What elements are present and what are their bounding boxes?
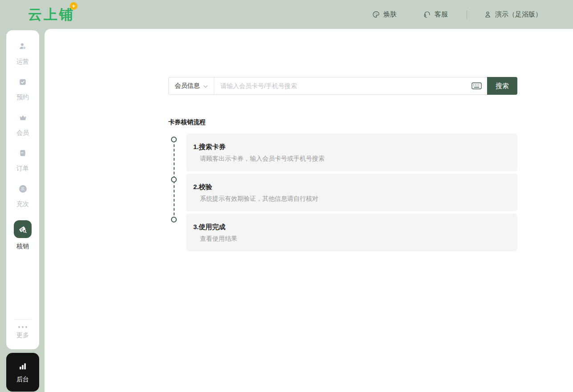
sidebar-item-members[interactable]: 会员 — [16, 113, 29, 137]
search-box: 会员信息 — [168, 77, 487, 95]
top-header: 云上铺 + 焕肤 客服 — [0, 0, 573, 29]
sidebar-item-label: 更多 — [16, 331, 29, 339]
sidebar-item-recharge-times[interactable]: 次 充次 — [16, 185, 29, 208]
recharge-times-icon: 次 — [19, 185, 27, 193]
flow-step-1: 1.搜索卡券 请顾客出示卡券，输入会员卡号或手机号搜索 — [168, 133, 517, 171]
sidebar-item-operations[interactable]: 运营 — [16, 42, 29, 66]
order-book-icon — [19, 149, 27, 157]
sidebar-item-label: 预约 — [16, 93, 29, 101]
step-card: 1.搜索卡券 请顾客出示卡券，输入会员卡号或手机号搜索 — [186, 133, 517, 171]
step-card: 2.校验 系统提示有效期验证，其他信息请自行核对 — [186, 174, 517, 211]
logo-plus-badge: + — [70, 2, 77, 10]
step-description: 查看使用结果 — [193, 235, 510, 243]
header-divider — [467, 10, 467, 19]
search-input[interactable] — [214, 77, 470, 94]
step-circle — [171, 137, 177, 142]
search-button[interactable]: 搜索 — [487, 77, 517, 95]
user-icon — [484, 11, 492, 18]
search-category-select[interactable]: 会员信息 — [169, 77, 214, 94]
flow-step-2: 2.校验 系统提示有效期验证，其他信息请自行核对 — [168, 174, 517, 211]
search-category-label: 会员信息 — [175, 82, 200, 90]
step-circle — [171, 177, 177, 182]
search-bar: 会员信息 搜索 — [168, 77, 517, 95]
sidebar-item-label: 会员 — [16, 129, 29, 137]
more-dots-icon — [18, 326, 27, 328]
nav-item-label: 演示（足浴版） — [495, 10, 542, 19]
palette-icon — [372, 11, 380, 18]
app-logo[interactable]: 云上铺 + — [28, 5, 75, 24]
step-description: 系统提示有效期验证，其他信息请自行核对 — [193, 195, 510, 203]
sidebar-item-label: 订单 — [16, 165, 29, 173]
nav-item-skin-theme[interactable]: 焕肤 — [372, 10, 397, 19]
nav-item-label: 客服 — [435, 10, 448, 19]
step-circle — [171, 217, 177, 222]
flow-steps: 1.搜索卡券 请顾客出示卡券，输入会员卡号或手机号搜索 2.校验 系统提示有效期… — [168, 133, 517, 251]
sidebar-item-label: 充次 — [16, 200, 29, 208]
sidebar-item-appointments[interactable]: 预约 — [16, 78, 29, 101]
ticket-verify-icon — [14, 220, 32, 238]
keyboard-icon[interactable] — [470, 82, 487, 89]
app-logo-text: 云上铺 — [28, 7, 75, 22]
step-title: 2.校验 — [193, 183, 510, 191]
step-title: 3.使用完成 — [193, 223, 510, 231]
bar-chart-icon — [18, 361, 28, 372]
sidebar-item-more[interactable]: 更多 — [14, 319, 31, 339]
sidebar-item-orders[interactable]: 订单 — [16, 149, 29, 173]
sidebar-item-verification[interactable]: 核销 — [14, 220, 32, 251]
sidebar-item-label: 运营 — [16, 58, 29, 66]
header-nav: 焕肤 客服 演示（足浴版） — [345, 10, 573, 19]
step-title: 1.搜索卡券 — [193, 143, 510, 151]
sidebar-divider — [14, 319, 31, 320]
headset-icon — [423, 11, 431, 18]
sidebar-item-label: 核销 — [16, 242, 29, 251]
calendar-check-icon — [19, 78, 27, 86]
nav-item-label: 焕肤 — [383, 10, 397, 19]
chevron-down-icon — [203, 82, 208, 89]
main-panel: 会员信息 搜索 卡券核销流程 — [45, 29, 573, 392]
backend-button[interactable]: 后台 — [6, 353, 39, 392]
flow-section-title: 卡券核销流程 — [168, 118, 573, 126]
nav-item-account[interactable]: 演示（足浴版） — [484, 10, 542, 19]
operations-user-icon — [19, 42, 27, 50]
crown-icon — [19, 113, 27, 121]
step-description: 请顾客出示卡券，输入会员卡号或手机号搜索 — [193, 155, 510, 163]
flow-step-3: 3.使用完成 查看使用结果 — [168, 214, 517, 251]
sidebar: 运营 预约 会员 订单 次 充次 — [6, 30, 39, 349]
backend-label: 后台 — [16, 376, 29, 384]
step-card: 3.使用完成 查看使用结果 — [186, 214, 517, 251]
nav-item-customer-service[interactable]: 客服 — [423, 10, 448, 19]
